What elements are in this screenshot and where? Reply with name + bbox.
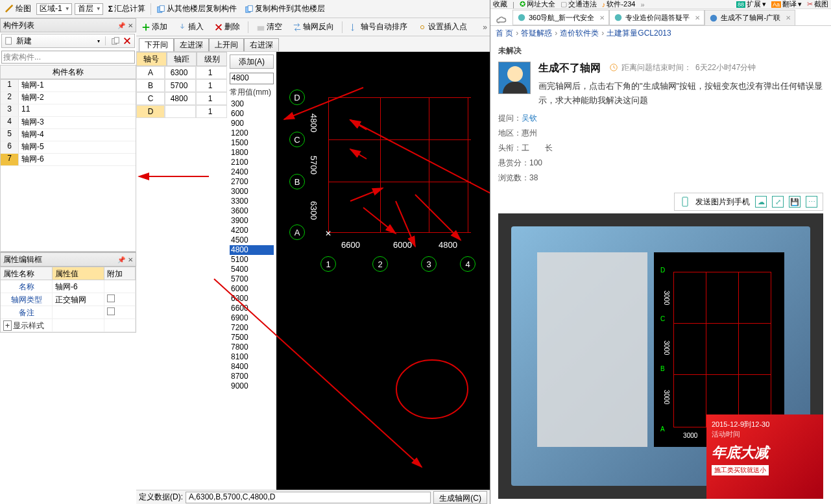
crumb-link[interactable]: 土建算量GCL2013 — [607, 28, 671, 39]
pin-icon[interactable]: 📌 — [117, 22, 125, 29]
value-item[interactable]: 300 — [230, 99, 274, 109]
value-item[interactable]: 1200 — [230, 128, 274, 138]
value-item[interactable]: 3600 — [230, 206, 274, 216]
draw-btn[interactable]: 绘图 — [3, 2, 34, 16]
value-item[interactable]: 8400 — [230, 362, 274, 372]
value-input[interactable]: 4800 — [230, 73, 274, 84]
set-insert-btn[interactable]: 设置插入点 — [415, 20, 470, 34]
value-item[interactable]: 5700 — [230, 274, 274, 284]
tab-2[interactable]: 上开间 — [209, 38, 244, 51]
region-combo[interactable]: 区域-1 — [36, 3, 72, 15]
crumb-link[interactable]: 首 页 — [496, 28, 513, 39]
list-item[interactable]: 7轴网-6 — [1, 154, 136, 166]
axis-table[interactable]: 轴号 轴距 级别 A63001B57001C48001D1 — [136, 52, 227, 490]
expand-icon[interactable]: ⤢ — [772, 196, 784, 208]
value-list[interactable]: 3006009001200150018002100240027003000330… — [230, 99, 274, 490]
component-list[interactable]: 1轴网-12轴网-23114轴网-35轴网-46轴网-57轴网-6 — [0, 79, 136, 252]
grid-canvas[interactable]: ABCD1234630057004800660060004800 ✕ — [276, 52, 490, 490]
value-item[interactable]: 4500 — [230, 235, 274, 245]
value-item[interactable]: 2700 — [230, 177, 274, 187]
list-item[interactable]: 1轴网-1 — [1, 80, 136, 92]
tab-3[interactable]: 右进深 — [244, 38, 279, 51]
value-item[interactable]: 5100 — [230, 255, 274, 265]
value-item[interactable]: 2400 — [230, 167, 274, 177]
delete-icon[interactable] — [123, 36, 132, 45]
close-icon[interactable]: ✕ — [128, 256, 133, 263]
axis-row[interactable]: D1 — [136, 105, 227, 118]
shot-btn[interactable]: ✂截图 — [807, 0, 828, 9]
fav-label[interactable]: 收藏 — [493, 0, 507, 9]
tab-1[interactable]: 左进深 — [174, 38, 209, 51]
list-item[interactable]: 5轴网-4 — [1, 129, 136, 141]
copy-to-floor-btn[interactable]: 复制构件到其他楼层 — [242, 2, 328, 16]
axis-row[interactable]: B57001 — [136, 79, 227, 92]
cloud-icon[interactable]: ☁ — [755, 196, 767, 208]
add-value-btn[interactable]: 添加(A) — [230, 54, 274, 69]
ext-btn[interactable]: 88扩展▾ — [736, 0, 766, 9]
reverse-btn[interactable]: 轴网反向 — [290, 20, 337, 34]
send-to-phone[interactable]: 发送图片到手机 — [695, 197, 750, 208]
list-item[interactable]: 4轴网-3 — [1, 117, 136, 129]
value-item[interactable]: 1500 — [230, 138, 274, 148]
phone-icon[interactable] — [680, 197, 690, 207]
list-item[interactable]: 2轴网-2 — [1, 92, 136, 104]
autosort-btn[interactable]: 轴号自动排序 — [348, 20, 410, 34]
value-item[interactable]: 3900 — [230, 216, 274, 226]
pin-icon[interactable]: 📌 — [117, 256, 125, 263]
value-item[interactable]: 3300 — [230, 197, 274, 206]
delete-btn[interactable]: 删除 — [211, 20, 243, 34]
prop-row[interactable]: 备注 — [1, 306, 136, 319]
tab-0[interactable]: 下开间 — [139, 38, 174, 51]
value-item[interactable]: 9000 — [230, 381, 274, 391]
close-icon[interactable]: ✕ — [786, 14, 791, 21]
value-item[interactable]: 4200 — [230, 226, 274, 235]
value-item[interactable]: 8700 — [230, 372, 274, 381]
crumb-link[interactable]: 答疑解惑 — [521, 28, 552, 39]
value-item[interactable]: 6300 — [230, 294, 274, 304]
close-icon[interactable]: ✕ — [599, 14, 605, 21]
value-item[interactable]: 7800 — [230, 342, 274, 352]
floor-combo[interactable]: 首层 — [75, 3, 103, 15]
trans-btn[interactable]: Aа翻译▾ — [771, 0, 802, 9]
copy-from-floor-btn[interactable]: 从其他楼层复制构件 — [154, 2, 239, 16]
prop-grid[interactable]: 属性名称 属性值 附加 名称轴网-6轴网类型正交轴网备注 +显示样式 — [0, 267, 136, 333]
save-icon[interactable]: 💾 — [789, 196, 801, 208]
soft-btn[interactable]: ♪软件-234 — [602, 0, 636, 9]
crumb-link[interactable]: 造价软件类 — [560, 28, 599, 39]
clear-btn[interactable]: 清空 — [254, 20, 285, 34]
value-item[interactable]: 1800 — [230, 148, 274, 158]
value-item[interactable]: 600 — [230, 109, 274, 119]
value-item[interactable]: 900 — [230, 119, 274, 128]
close-icon[interactable]: ✕ — [128, 22, 133, 29]
axis-row[interactable]: C48001 — [136, 92, 227, 105]
value-item[interactable]: 7200 — [230, 323, 274, 333]
value-item[interactable]: 8100 — [230, 352, 274, 362]
promo-banner[interactable]: 2015-12-9到12-30 活动时间 年底大减 施工类买软就送小 — [706, 414, 823, 499]
more-icon[interactable]: » — [640, 1, 644, 8]
more-icon[interactable]: ⋯ — [806, 196, 817, 208]
value-item[interactable]: 6900 — [230, 313, 274, 323]
net-btn[interactable]: ✪网址大全 — [520, 0, 555, 9]
close-icon[interactable]: ✕ — [695, 14, 700, 21]
value-item[interactable]: 2100 — [230, 158, 274, 167]
axis-row[interactable]: A63001 — [136, 66, 227, 79]
new-button[interactable]: 新建 ▾ — [1, 34, 135, 48]
prop-row[interactable]: 名称轴网-6 — [1, 280, 136, 293]
value-item[interactable]: 4800 — [230, 245, 274, 255]
value-item[interactable]: 3000 — [230, 187, 274, 197]
value-item[interactable]: 5400 — [230, 265, 274, 274]
cloud-icon[interactable] — [496, 15, 507, 25]
def-input[interactable]: A,6300,B,5700,C,4800,D — [186, 492, 431, 503]
prop-row[interactable]: 轴网类型正交轴网 — [1, 293, 136, 306]
value-item[interactable]: 6000 — [230, 284, 274, 294]
copy-icon[interactable] — [111, 36, 120, 45]
sumcalc-btn[interactable]: Σ汇总计算 — [106, 2, 148, 16]
value-item[interactable]: 6600 — [230, 304, 274, 313]
insert-btn[interactable]: 插入 — [175, 20, 206, 34]
search-input[interactable]: 搜索构件... — [1, 51, 135, 64]
generate-grid-btn[interactable]: 生成轴网(C) — [433, 491, 487, 504]
asker-link[interactable]: 吴钦 — [522, 114, 537, 123]
add-btn[interactable]: 添加 — [139, 20, 170, 34]
browser-tab[interactable]: 生成不了轴网-广联✕ — [705, 10, 795, 25]
value-item[interactable]: 7500 — [230, 333, 274, 342]
